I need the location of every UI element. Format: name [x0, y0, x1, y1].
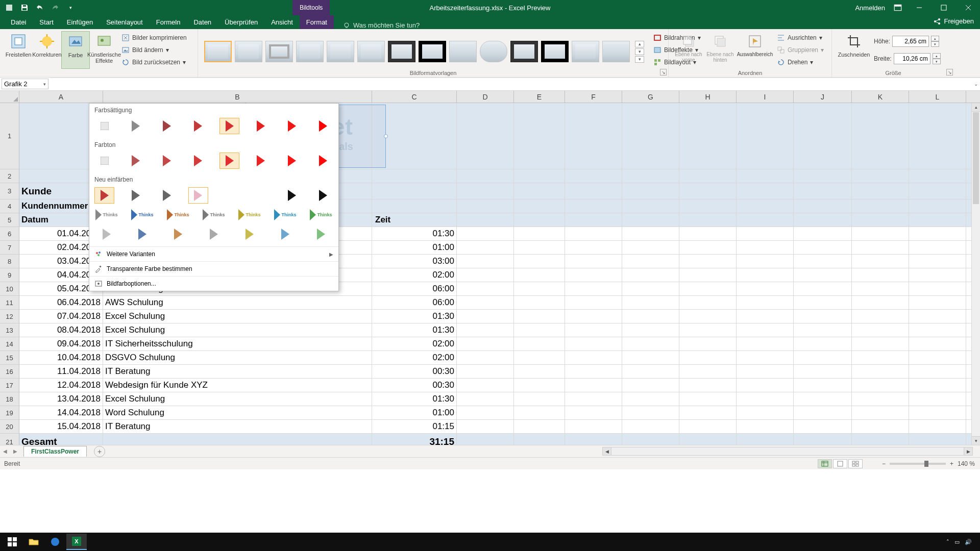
ausrichten-button[interactable]: Ausrichten ▾ [777, 32, 824, 43]
dialog-launcher[interactable]: ↘ [946, 69, 953, 76]
col-header-j[interactable]: J [794, 91, 852, 103]
horizontal-scrollbar[interactable]: ◀ ▶ [602, 447, 973, 456]
tab-daten[interactable]: Daten [187, 15, 218, 29]
bild-aendern-button[interactable]: Bild ändern ▾ [121, 44, 187, 56]
page-break-view-button[interactable] [848, 459, 863, 468]
cells-area[interactable]: ret ls, Deals Kunde Kundennummer 100938 [19, 103, 980, 445]
tab-seitenlayout[interactable]: Seitenlayout [100, 15, 150, 29]
auswahlbereich-button[interactable]: Auswahlbereich [736, 31, 774, 69]
color-swatch[interactable] [282, 153, 302, 169]
color-swatch[interactable] [251, 187, 271, 204]
normal-view-button[interactable] [818, 459, 832, 468]
name-box[interactable]: Grafik 2▾ [2, 79, 48, 89]
tray-chevron-icon[interactable]: ˄ [946, 539, 949, 545]
sheet-nav-next[interactable]: ▶ [10, 445, 20, 457]
color-swatch[interactable]: Thinks [166, 207, 190, 223]
breite-spinner[interactable]: ▴▾ [933, 53, 941, 64]
table-row[interactable]: 15.04.2018IT Beratung01:15 [19, 420, 980, 434]
drehen-button[interactable]: Drehen ▾ [777, 57, 824, 68]
color-swatch[interactable]: Thinks [94, 207, 119, 223]
col-header-g[interactable]: G [622, 91, 679, 103]
color-swatch[interactable] [126, 118, 145, 134]
style-thumb[interactable] [265, 41, 293, 62]
maximize-button[interactable] [932, 0, 955, 15]
table-row[interactable]: 13.04.2018Excel Schulung01:30 [19, 392, 980, 406]
page-layout-view-button[interactable] [833, 459, 847, 468]
color-swatch[interactable] [188, 118, 208, 134]
row-header[interactable]: 9 [0, 268, 19, 282]
col-header-d[interactable]: D [457, 91, 514, 103]
row-header[interactable]: 19 [0, 406, 19, 420]
tray-network-icon[interactable]: ▭ [954, 539, 960, 545]
row-header[interactable]: 1 [0, 103, 19, 169]
transparent-color-item[interactable]: Transparente Farbe bestimmen [89, 261, 338, 276]
style-thumb[interactable] [235, 41, 262, 62]
style-thumb[interactable] [480, 41, 507, 62]
row-header[interactable]: 18 [0, 392, 19, 406]
korrekturen-button[interactable]: Korrekturen [33, 31, 61, 69]
col-header-i[interactable]: I [737, 91, 794, 103]
select-all-corner[interactable] [0, 91, 19, 103]
row-header[interactable]: 15 [0, 351, 19, 365]
color-swatch[interactable] [282, 187, 302, 204]
color-swatch[interactable] [219, 118, 239, 134]
color-swatch[interactable] [282, 118, 302, 134]
row-header[interactable]: 20 [0, 420, 19, 434]
color-swatch[interactable] [219, 187, 239, 204]
color-swatch[interactable] [273, 226, 298, 242]
style-thumb[interactable] [357, 41, 385, 62]
tab-einfuegen[interactable]: Einfügen [60, 15, 100, 29]
qat-customize-icon[interactable]: ▾ [66, 4, 75, 12]
vertical-scrollbar[interactable]: ▴ ▾ [971, 103, 980, 445]
color-swatch[interactable] [166, 226, 190, 242]
style-thumb[interactable] [388, 41, 415, 62]
tab-format[interactable]: Format [300, 15, 334, 29]
tray-volume-icon[interactable]: 🔊 [965, 539, 972, 545]
farbe-button[interactable]: Farbe [61, 31, 90, 69]
color-swatch[interactable] [157, 118, 177, 134]
row-header[interactable]: 7 [0, 241, 19, 255]
picture-styles-gallery[interactable]: ▴▾▾ [202, 31, 646, 69]
tab-ueberpruefen[interactable]: Überprüfen [218, 15, 264, 29]
style-thumb[interactable] [602, 41, 630, 62]
color-swatch[interactable] [313, 118, 333, 134]
tab-formeln[interactable]: Formeln [150, 15, 187, 29]
table-row[interactable]: 06.04.2018AWS Schulung06:00 [19, 296, 980, 310]
table-row[interactable]: 08.04.2018Excel Schulung01:30 [19, 323, 980, 337]
table-row[interactable]: 10.04.2018DSGVO Schulung02:00 [19, 351, 980, 365]
tab-start[interactable]: Start [33, 15, 60, 29]
color-swatch[interactable]: Thinks [237, 207, 262, 223]
scroll-down-button[interactable]: ▾ [972, 436, 980, 445]
row-header[interactable]: 8 [0, 255, 19, 268]
scroll-left-button[interactable]: ◀ [603, 447, 611, 455]
row-header[interactable]: 10 [0, 282, 19, 296]
color-swatch[interactable] [313, 187, 333, 204]
color-swatch[interactable] [202, 226, 226, 242]
file-explorer-button[interactable] [23, 534, 44, 550]
breite-input[interactable] [894, 53, 930, 64]
expand-formula-bar-icon[interactable]: ⌄ [974, 81, 978, 87]
color-swatch[interactable] [219, 153, 239, 169]
effekte-button[interactable]: Künstlerische Effekte [90, 31, 118, 69]
color-swatch[interactable] [157, 153, 177, 169]
table-row[interactable]: 07.04.2018Excel Schulung01:30 [19, 310, 980, 323]
col-header-h[interactable]: H [679, 91, 737, 103]
color-swatch[interactable] [251, 153, 271, 169]
col-header-k[interactable]: K [852, 91, 909, 103]
color-swatch[interactable] [188, 153, 208, 169]
col-header-c[interactable]: C [372, 91, 457, 103]
row-header[interactable]: 16 [0, 365, 19, 379]
style-thumb[interactable] [327, 41, 354, 62]
freistellen-button[interactable]: Freistellen [4, 31, 33, 69]
tell-me-search[interactable]: Was möchten Sie tun? [334, 21, 420, 29]
dialog-launcher[interactable]: ↘ [660, 69, 667, 76]
row-header[interactable]: 12 [0, 310, 19, 323]
zoom-slider[interactable] [890, 463, 946, 465]
row-header[interactable]: 6 [0, 227, 19, 241]
scroll-up-button[interactable]: ▴ [972, 103, 980, 112]
row-header[interactable]: 13 [0, 323, 19, 337]
formula-bar[interactable]: ⌄ [50, 78, 980, 90]
color-swatch[interactable] [94, 153, 114, 169]
row-header[interactable]: 11 [0, 296, 19, 310]
row-header[interactable]: 5 [0, 213, 19, 227]
